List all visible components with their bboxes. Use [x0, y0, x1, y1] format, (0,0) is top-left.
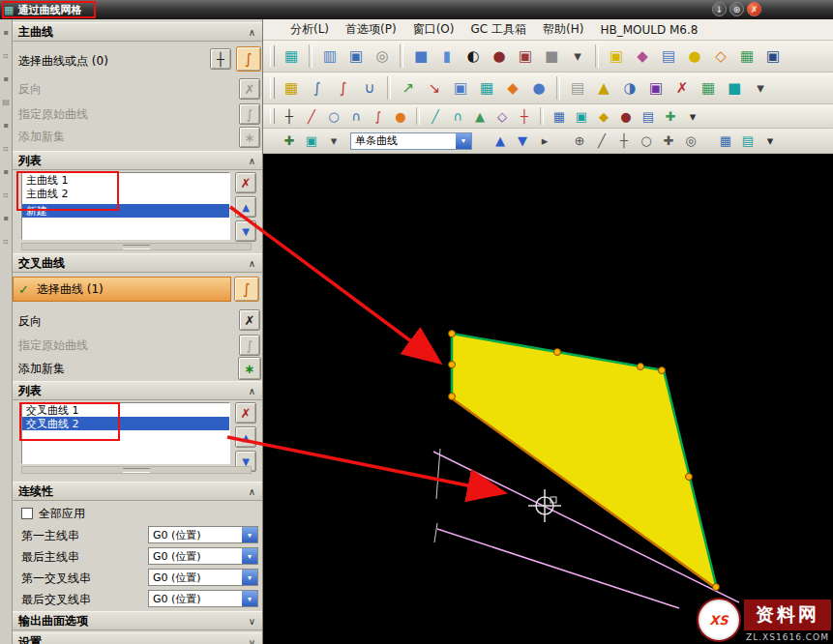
control-point[interactable] — [554, 349, 561, 356]
settings-button[interactable]: ⊛ — [729, 2, 744, 16]
continuity-combo[interactable]: G0 (位置)▾ — [148, 526, 258, 543]
view-dropdown-icon[interactable]: ▾ — [760, 132, 780, 151]
section-header-continuity[interactable]: 连续性 ∧ — [13, 482, 262, 501]
toolbar-grip[interactable] — [270, 108, 275, 125]
spline-icon[interactable]: ∫ — [369, 106, 388, 126]
x-form-icon[interactable]: ▤ — [566, 76, 589, 100]
unite-icon[interactable]: ● — [488, 44, 511, 68]
section-header-output-options[interactable]: 输出曲面选项 ∨ — [13, 611, 262, 630]
center-snap-icon[interactable]: ○ — [637, 132, 656, 151]
project-curve-icon[interactable]: ╱ — [426, 106, 445, 126]
previous-selection-icon[interactable]: ▸ — [535, 132, 554, 151]
wrap-curve-icon[interactable]: ● — [616, 106, 636, 126]
resource-tab-icon[interactable]: ▪ — [3, 75, 8, 83]
extrude-icon[interactable]: ▣ — [344, 44, 368, 68]
deselect-all-icon[interactable]: ▼ — [513, 132, 532, 151]
line-icon[interactable]: ╱ — [302, 106, 321, 126]
curve-length-icon[interactable]: ✚ — [661, 106, 680, 126]
combo-dropdown-icon[interactable]: ▾ — [242, 527, 257, 542]
curve-selection-button[interactable]: ∫ — [236, 46, 261, 72]
intersection-snap-icon[interactable]: ✚ — [659, 132, 678, 151]
resource-tab-icon[interactable]: ▫ — [3, 191, 8, 199]
quadrant-snap-icon[interactable]: ◎ — [681, 132, 700, 151]
control-point[interactable] — [449, 394, 456, 400]
trim-body-icon[interactable]: ◇ — [709, 44, 732, 68]
control-point[interactable] — [686, 474, 693, 481]
wcs-icon[interactable]: ▦ — [716, 132, 735, 151]
combo-dropdown-icon[interactable]: ▾ — [456, 133, 471, 149]
list-item[interactable]: 交叉曲线 1 — [22, 403, 229, 417]
deform-icon[interactable]: ▣ — [644, 76, 668, 100]
list-resize-handle[interactable] — [21, 243, 252, 250]
select-point-button[interactable]: ┼ — [210, 48, 231, 70]
control-point[interactable] — [713, 584, 720, 591]
control-point[interactable] — [638, 364, 644, 370]
apply-all-checkbox[interactable] — [21, 508, 33, 519]
continuity-combo[interactable]: G0 (位置)▾ — [148, 547, 258, 565]
combo-dropdown-icon[interactable]: ▾ — [242, 570, 257, 585]
surface-preview[interactable] — [452, 334, 717, 589]
boolean-dropdown-icon[interactable]: ▾ — [566, 44, 589, 68]
resource-tab-icon[interactable]: ▫ — [3, 52, 8, 60]
continuity-combo[interactable]: G0 (位置)▾ — [148, 569, 258, 586]
helix-icon[interactable]: ◇ — [492, 106, 512, 126]
list-item[interactable]: 主曲线 2 — [22, 187, 229, 200]
control-point[interactable] — [449, 362, 456, 368]
remove-item-button[interactable]: ✗ — [235, 402, 256, 424]
delete-face-icon[interactable]: ✗ — [670, 76, 694, 100]
dock-button[interactable]: ↓ — [712, 2, 727, 16]
menu-item[interactable]: 首选项(P) — [338, 19, 404, 40]
datum-plane-icon[interactable]: ▥ — [318, 44, 342, 68]
sketch-icon[interactable]: ▦ — [280, 44, 303, 68]
resource-tab-icon[interactable]: ▤ — [2, 99, 10, 106]
cross-curve-2[interactable] — [437, 529, 679, 608]
pattern-feature-icon[interactable]: ▦ — [735, 44, 759, 68]
section-header-main-curves[interactable]: 主曲线 ∧ — [13, 22, 262, 42]
curve-dropdown-icon[interactable]: ▾ — [683, 106, 702, 126]
trimmed-sheet-icon[interactable]: ↘ — [423, 76, 446, 100]
control-point[interactable] — [449, 331, 456, 337]
resource-tab-icon[interactable]: ▪ — [3, 29, 8, 37]
sphere-icon[interactable]: ◐ — [461, 44, 485, 68]
offset-curve-icon[interactable]: ┼ — [515, 106, 534, 126]
move-up-button[interactable]: ▲ — [235, 196, 256, 218]
curve-selection-button[interactable]: ∫ — [234, 277, 259, 302]
list-resize-handle[interactable] — [21, 466, 252, 474]
select-all-icon[interactable]: ▲ — [491, 132, 510, 151]
menu-item[interactable]: 分析(L) — [283, 19, 337, 40]
close-button[interactable]: ✗ — [747, 2, 761, 16]
face-blend-icon[interactable]: ● — [527, 76, 550, 100]
chamfer-icon[interactable]: ◆ — [631, 44, 654, 68]
sew-icon[interactable]: ▣ — [449, 76, 472, 100]
i-form-icon[interactable]: ▲ — [592, 76, 615, 100]
replace-face-icon[interactable]: ▦ — [697, 76, 720, 100]
combine-curve-icon[interactable]: ▤ — [639, 106, 658, 126]
mirror-feature-icon[interactable]: ▣ — [761, 44, 785, 68]
block-icon[interactable]: ■ — [409, 44, 432, 68]
revolve-icon[interactable]: ◎ — [371, 44, 394, 68]
n-sided-surface-icon[interactable]: ▦ — [475, 76, 498, 100]
match-edge-icon[interactable]: ■ — [723, 76, 746, 100]
ruled-surface-icon[interactable]: ∪ — [358, 76, 381, 100]
cylinder-icon[interactable]: ▮ — [435, 44, 459, 68]
add-filter-icon[interactable]: ✚ — [280, 132, 299, 151]
list-item[interactable]: 交叉曲线 2 — [22, 417, 229, 430]
move-down-button[interactable]: ▼ — [235, 220, 256, 242]
section-header-settings[interactable]: 设置 ∨ — [13, 632, 262, 644]
snap-point-icon[interactable]: ⊕ — [570, 132, 589, 151]
edge-blend-icon[interactable]: ▣ — [605, 44, 628, 68]
filter-dropdown-icon[interactable]: ▾ — [324, 132, 343, 151]
cross-curves-list[interactable]: 交叉曲线 1交叉曲线 2 — [21, 402, 230, 464]
menu-item[interactable]: 帮助(H) — [535, 19, 591, 40]
intersection-curve-icon[interactable]: ∩ — [448, 106, 467, 126]
curve-rule-combo[interactable]: 单条曲线 ▾ — [350, 132, 472, 150]
toolbar-grip[interactable] — [270, 77, 275, 99]
point-set-icon[interactable]: ● — [391, 106, 410, 126]
combo-dropdown-icon[interactable]: ▾ — [242, 591, 257, 606]
menu-item[interactable]: 窗口(O) — [405, 19, 462, 40]
main-curves-list[interactable]: 主曲线 1主曲线 2新建 — [21, 172, 230, 240]
list-item[interactable]: 新建 — [22, 204, 229, 218]
graphics-viewport[interactable]: XS 资料网 ZL.XS1616.COM — [263, 154, 833, 644]
list-item[interactable]: 主曲线 1 — [22, 173, 229, 187]
grid-icon[interactable]: ▤ — [738, 132, 758, 151]
